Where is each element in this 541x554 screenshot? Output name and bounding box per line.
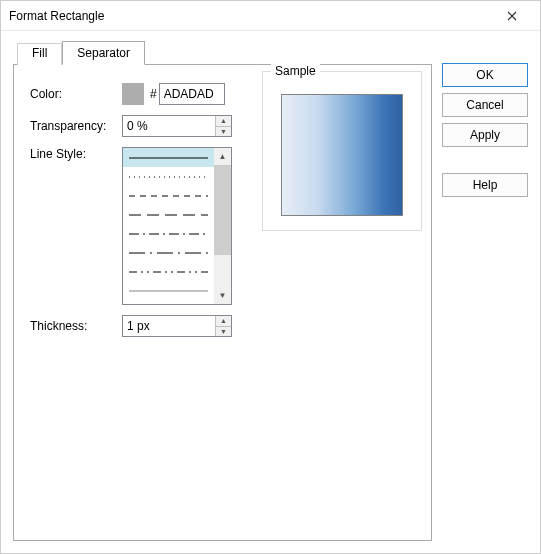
help-button[interactable]: Help <box>442 173 528 197</box>
thickness-spinner[interactable]: ▲ ▼ <box>122 315 232 337</box>
scroll-up-icon[interactable]: ▲ <box>214 148 231 165</box>
transparency-spinner[interactable]: ▲ ▼ <box>122 115 232 137</box>
linestyle-list[interactable]: ▲ ▼ <box>122 147 232 305</box>
linestyle-item-long-dash-dot[interactable] <box>123 243 214 262</box>
label-sample: Sample <box>271 64 320 78</box>
linestyle-item-solid-thin[interactable] <box>123 281 214 300</box>
label-color: Color: <box>30 87 122 101</box>
linestyle-item-solid[interactable] <box>123 148 214 167</box>
linestyle-item-dashed-long[interactable] <box>123 205 214 224</box>
linestyle-items <box>123 148 214 304</box>
titlebar: Format Rectangle <box>1 1 540 31</box>
scroll-down-icon[interactable]: ▼ <box>214 287 231 304</box>
separator-panel: Color: # Transparency: ▲ ▼ <box>13 64 432 541</box>
row-thickness: Thickness: ▲ ▼ <box>30 315 415 337</box>
sample-preview <box>281 94 403 216</box>
color-swatch[interactable] <box>122 83 144 105</box>
transparency-spin-up[interactable]: ▲ <box>216 116 231 127</box>
thickness-spin-up[interactable]: ▲ <box>216 316 231 327</box>
linestyle-item-dashed-short[interactable] <box>123 186 214 205</box>
label-thickness: Thickness: <box>30 319 122 333</box>
hash-symbol: # <box>150 87 157 101</box>
thickness-spin-buttons: ▲ ▼ <box>215 316 231 336</box>
apply-button[interactable]: Apply <box>442 123 528 147</box>
tab-fill[interactable]: Fill <box>17 43 62 65</box>
tab-separator[interactable]: Separator <box>62 41 145 65</box>
window-title: Format Rectangle <box>9 9 492 23</box>
cancel-button[interactable]: Cancel <box>442 93 528 117</box>
linestyle-item-dotted[interactable] <box>123 167 214 186</box>
content-area: Fill Separator Color: # Transparency: ▲ <box>1 31 540 553</box>
linestyle-item-dash-dot-dot[interactable] <box>123 262 214 281</box>
label-transparency: Transparency: <box>30 119 122 133</box>
linestyle-item-dash-dot[interactable] <box>123 224 214 243</box>
close-button[interactable] <box>492 2 532 30</box>
linestyle-scrollbar[interactable]: ▲ ▼ <box>214 148 231 304</box>
color-hex-input[interactable] <box>159 83 225 105</box>
button-column: OK Cancel Apply Help <box>432 41 528 541</box>
thickness-input[interactable] <box>123 316 215 336</box>
scroll-track[interactable] <box>214 165 231 287</box>
main-area: Fill Separator Color: # Transparency: ▲ <box>13 41 432 541</box>
transparency-spin-down[interactable]: ▼ <box>216 127 231 137</box>
ok-button[interactable]: OK <box>442 63 528 87</box>
sample-group: Sample <box>262 71 422 231</box>
thickness-spin-down[interactable]: ▼ <box>216 327 231 337</box>
transparency-input[interactable] <box>123 116 215 136</box>
label-linestyle: Line Style: <box>30 147 122 161</box>
transparency-spin-buttons: ▲ ▼ <box>215 116 231 136</box>
format-rectangle-dialog: Format Rectangle Fill Separator Color: #… <box>0 0 541 554</box>
scroll-thumb[interactable] <box>214 165 231 255</box>
tabs-strip: Fill Separator <box>13 41 432 65</box>
